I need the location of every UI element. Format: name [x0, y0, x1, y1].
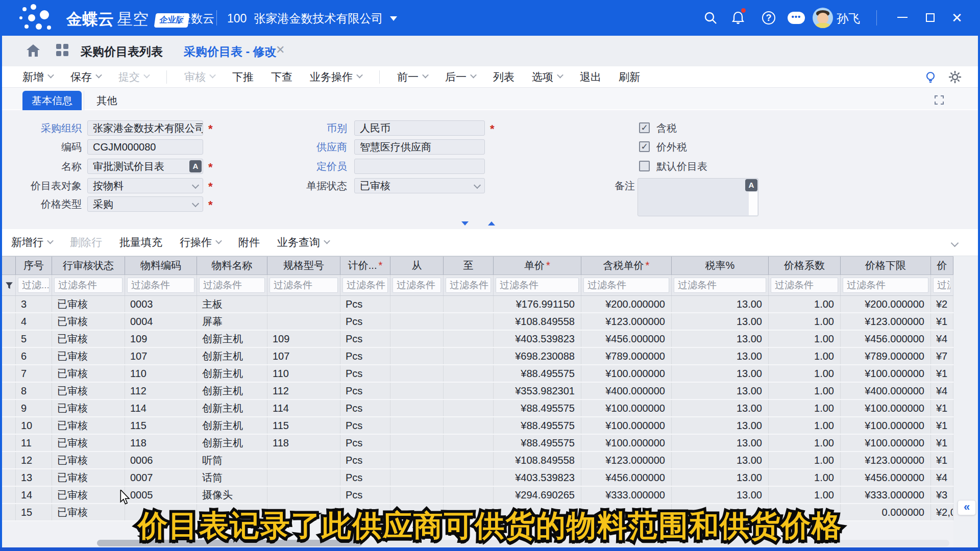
cell-seq[interactable]: 4	[16, 313, 52, 330]
filter-input-spec[interactable]: 过滤条件	[270, 278, 338, 293]
table-row[interactable]: 11已审核118创新主机118Pcs¥88.495575¥100.0000001…	[2, 435, 953, 452]
tab-other[interactable]: 其他	[84, 91, 130, 110]
cell-to[interactable]	[444, 400, 494, 416]
cell-seq[interactable]: 12	[16, 452, 52, 468]
cell-tax_incl_price[interactable]: ¥333.000000	[581, 487, 672, 503]
cell-material_name[interactable]: 创新主机	[197, 365, 267, 382]
home-icon[interactable]	[26, 43, 41, 60]
cell-unit_price[interactable]: ¥403.539823	[494, 469, 581, 486]
cell-to[interactable]	[444, 383, 494, 399]
cell-material_code[interactable]: 118	[125, 435, 197, 451]
header-cell-unit[interactable]: 计价...*	[340, 257, 390, 274]
toolbar-button-后一[interactable]: 后一	[445, 70, 476, 84]
cell-from[interactable]	[390, 313, 444, 330]
header-cell-material_name[interactable]: 物料名称	[197, 257, 267, 274]
cell-from[interactable]	[390, 383, 444, 399]
cell-ind[interactable]	[2, 469, 16, 486]
cell-seq[interactable]: 9	[16, 400, 52, 416]
collapse-arrow-icon[interactable]	[461, 221, 469, 226]
cell-seq[interactable]: 8	[16, 383, 52, 399]
table-row[interactable]: 4已审核0004屏幕Pcs¥108.849558¥123.00000013.00…	[2, 313, 953, 331]
organization-switcher[interactable]: 100张家港金数技术有限公司	[227, 11, 397, 27]
multilingual-icon[interactable]: A	[745, 179, 757, 191]
cell-price_upper[interactable]: ¥1	[931, 365, 953, 382]
cell-seq[interactable]: 7	[16, 365, 52, 382]
cell-row_status[interactable]: 已审核	[52, 348, 125, 364]
cell-ind[interactable]	[2, 417, 16, 434]
cell-ind[interactable]	[2, 383, 16, 399]
cell-tax_incl_price[interactable]: ¥100.000000	[581, 400, 672, 416]
notifications-bell-icon[interactable]	[728, 0, 748, 36]
cell-to[interactable]	[444, 417, 494, 434]
cell-to[interactable]	[444, 348, 494, 364]
cell-unit_price[interactable]: ¥108.849558	[494, 452, 581, 468]
header-cell-from[interactable]: 从	[390, 257, 444, 274]
cell-material_name[interactable]: 听筒	[197, 452, 267, 468]
cell-price_upper[interactable]: ¥1	[931, 452, 953, 468]
assistant-icon[interactable]: •••	[786, 0, 806, 36]
cell-unit_price[interactable]: ¥88.495575	[494, 400, 581, 416]
cell-tax_rate[interactable]: 13.00	[672, 296, 769, 312]
filter-input-price_lower[interactable]: 过滤条件	[843, 278, 928, 293]
cell-unit_price[interactable]: ¥108.849558	[494, 313, 581, 330]
cell-material_code[interactable]: 115	[125, 417, 197, 434]
remark-scrollbar[interactable]	[749, 192, 757, 215]
filter-input-to[interactable]: 过滤条件	[446, 278, 491, 293]
cell-row_status[interactable]: 已审核	[52, 296, 125, 312]
header-cell-tax_rate[interactable]: 税率%	[672, 257, 769, 274]
header-cell-material_code[interactable]: 物料编码	[125, 257, 197, 274]
checkbox-tax-included-label[interactable]: 含税	[656, 120, 677, 136]
cell-unit[interactable]: Pcs	[340, 331, 390, 347]
cell-price_coef[interactable]: 1.00	[769, 365, 841, 382]
tab-basic-info[interactable]: 基本信息	[22, 91, 82, 110]
cell-price_lower[interactable]: ¥456.000000	[841, 469, 931, 486]
cell-unit_price[interactable]: ¥88.495575	[494, 417, 581, 434]
cell-ind[interactable]	[2, 365, 16, 382]
cell-material_code[interactable]: 0005	[125, 487, 197, 503]
header-cell-price_lower[interactable]: 价格下限	[841, 257, 931, 274]
cell-from[interactable]	[390, 365, 444, 382]
cell-unit_price[interactable]: ¥698.230088	[494, 348, 581, 364]
purchase-org-field[interactable]: 张家港金数技术有限公司	[87, 120, 203, 136]
cell-ind[interactable]	[2, 313, 16, 330]
cell-unit_price[interactable]: ¥353.982301	[494, 383, 581, 399]
toolbar-button-退出[interactable]: 退出	[580, 70, 601, 84]
cell-price_upper[interactable]: ¥1	[931, 417, 953, 434]
name-field[interactable]: 审批测试价目表	[87, 159, 203, 174]
cell-from[interactable]	[390, 296, 444, 312]
toolbar-button-下推[interactable]: 下推	[232, 70, 254, 84]
tab-price-list-edit[interactable]: 采购价目表 - 修改	[184, 44, 276, 60]
cell-ind[interactable]	[2, 487, 16, 503]
workspace-name[interactable]: 金数云	[179, 11, 214, 27]
cell-price_coef[interactable]: 1.00	[769, 400, 841, 416]
cell-unit[interactable]: Pcs	[340, 400, 390, 416]
cell-unit[interactable]: Pcs	[340, 296, 390, 312]
cell-unit[interactable]: Pcs	[340, 452, 390, 468]
cell-spec[interactable]	[267, 469, 340, 486]
cell-seq[interactable]: 11	[16, 435, 52, 451]
code-field[interactable]: CGJM000080	[87, 139, 203, 155]
cell-price_upper[interactable]: ¥4	[931, 469, 953, 486]
cell-unit[interactable]: Pcs	[340, 487, 390, 503]
supplier-field[interactable]: 智慧医疗供应商	[354, 139, 485, 155]
cell-unit[interactable]: Pcs	[340, 365, 390, 382]
close-tab-icon[interactable]: ✕	[276, 43, 285, 57]
cell-unit_price[interactable]: ¥403.539823	[494, 331, 581, 347]
cell-price_lower[interactable]: ¥100.000000	[841, 417, 931, 434]
cell-tax_rate[interactable]: 13.00	[672, 365, 769, 382]
filter-input-material_code[interactable]: 过滤条件	[127, 278, 194, 293]
cell-material_code[interactable]: 109	[125, 331, 197, 347]
cell-unit[interactable]: Pcs	[340, 383, 390, 399]
cell-from[interactable]	[390, 487, 444, 503]
cell-seq[interactable]: 10	[16, 417, 52, 434]
label-currency[interactable]: 币别	[276, 120, 347, 136]
cell-tax_incl_price[interactable]: ¥100.000000	[581, 435, 672, 451]
expand-arrow-icon[interactable]	[488, 221, 495, 226]
cell-spec[interactable]: 114	[267, 400, 340, 416]
cell-to[interactable]	[444, 487, 494, 503]
cell-tax_rate[interactable]: 13.00	[672, 435, 769, 451]
cell-unit_price[interactable]: ¥294.690265	[494, 487, 581, 503]
cell-tax_incl_price[interactable]: ¥456.000000	[581, 331, 672, 347]
filter-input-seq[interactable]: 过滤...	[18, 278, 50, 293]
cell-tax_rate[interactable]: 13.00	[672, 313, 769, 330]
